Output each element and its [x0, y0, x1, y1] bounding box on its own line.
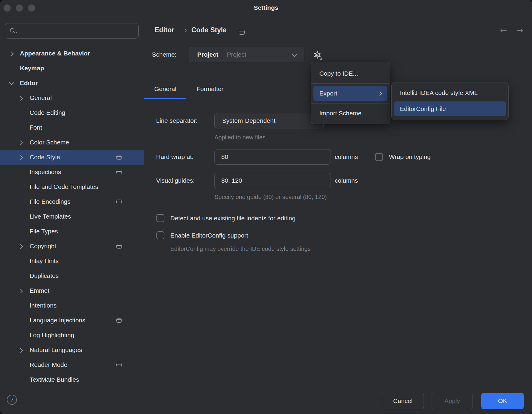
- chevron-right-icon: [18, 289, 23, 294]
- breadcrumb-parent[interactable]: Editor: [155, 26, 174, 34]
- menu-item-export[interactable]: Export: [313, 86, 387, 101]
- settings-dialog: Settings Appearance & Behavior Keymap Ed…: [0, 0, 532, 414]
- visual-guides-input[interactable]: [214, 173, 331, 188]
- menu-item-intellij-xml[interactable]: IntelliJ IDEA code style XML: [392, 85, 508, 100]
- search-icon: [9, 27, 18, 35]
- modified-indicator-icon: [116, 200, 122, 204]
- chevron-down-icon: [9, 80, 14, 85]
- help-button[interactable]: ?: [7, 395, 17, 405]
- modified-indicator-icon: [116, 363, 122, 367]
- line-separator-hint: Applied to new files: [214, 134, 265, 141]
- settings-tree: Appearance & Behavior Keymap Editor Gene…: [0, 46, 144, 387]
- sidebar-item-file-types[interactable]: File Types: [0, 224, 144, 239]
- modified-indicator-icon: [116, 155, 122, 160]
- sidebar-item-emmet[interactable]: Emmet: [0, 283, 144, 298]
- sidebar-item-color-scheme[interactable]: Color Scheme: [0, 135, 144, 150]
- chevron-right-icon: [18, 155, 23, 160]
- enable-editorconfig-label: Enable EditorConfig support: [170, 232, 248, 239]
- hard-wrap-unit: columns: [335, 153, 358, 160]
- scheme-label: Scheme:: [152, 51, 177, 58]
- sidebar-item-duplicates[interactable]: Duplicates: [0, 268, 144, 283]
- hard-wrap-label: Hard wrap at:: [156, 153, 193, 160]
- wrap-on-typing-label: Wrap on typing: [389, 153, 431, 160]
- enable-editorconfig-checkbox[interactable]: [156, 231, 164, 239]
- search-options-caret-icon: [15, 32, 17, 34]
- menu-item-import-scheme[interactable]: Import Scheme...: [311, 106, 390, 121]
- menu-item-copy-to-ide[interactable]: Copy to IDE...: [311, 66, 390, 81]
- visual-guides-unit: columns: [335, 177, 358, 184]
- sidebar-item-inspections[interactable]: Inspections: [0, 165, 144, 179]
- sidebar-item-appearance-behavior[interactable]: Appearance & Behavior: [0, 46, 144, 61]
- modified-indicator-icon: [116, 244, 122, 249]
- menu-separator: [311, 83, 390, 84]
- scheme-value: Project: [197, 47, 218, 62]
- search-input[interactable]: [22, 25, 136, 37]
- sidebar-item-file-encodings[interactable]: File Encodings: [0, 194, 144, 209]
- sidebar-item-keymap[interactable]: Keymap: [0, 61, 144, 76]
- chevron-down-icon: [292, 52, 297, 57]
- chevron-right-icon: [18, 244, 23, 249]
- sidebar-divider: [144, 15, 144, 385]
- modified-indicator-icon: [116, 318, 122, 323]
- line-separator-value: System-Dependent: [222, 113, 275, 128]
- forward-icon[interactable]: →: [516, 26, 523, 35]
- cancel-button[interactable]: Cancel: [382, 393, 424, 409]
- visual-guides-label: Visual guides:: [156, 177, 195, 184]
- modified-indicator-icon: [239, 30, 245, 35]
- visual-guides-hint: Specify one guide (80) or several (80, 1…: [214, 194, 327, 200]
- menu-separator: [311, 103, 390, 104]
- sidebar-item-inlay-hints[interactable]: Inlay Hints: [0, 254, 144, 268]
- sidebar-item-intentions[interactable]: Intentions: [0, 298, 144, 313]
- gear-dropdown-caret-icon: [319, 58, 322, 60]
- sidebar-item-code-style[interactable]: Code Style: [0, 150, 144, 165]
- chevron-right-icon: [18, 141, 23, 145]
- settings-search-field[interactable]: [5, 23, 139, 39]
- menu-item-editorconfig-file[interactable]: EditorConfig File: [394, 101, 506, 116]
- scheme-store-hint: Project: [227, 47, 246, 62]
- chevron-right-icon: [18, 348, 23, 353]
- wrap-on-typing-checkbox[interactable]: [375, 153, 383, 161]
- detect-indents-checkbox[interactable]: [156, 214, 164, 222]
- hard-wrap-input[interactable]: [214, 149, 331, 165]
- sidebar-item-language-injections[interactable]: Language Injections: [0, 313, 144, 328]
- chevron-right-icon: [9, 52, 14, 56]
- window-title: Settings: [0, 0, 532, 15]
- chevron-right-icon: [18, 96, 23, 101]
- export-submenu: IntelliJ IDEA code style XML EditorConfi…: [391, 82, 509, 120]
- editorconfig-hint: EditorConfig may override the IDE code s…: [170, 246, 311, 252]
- submenu-arrow-icon: [378, 91, 382, 96]
- sidebar-item-code-editing[interactable]: Code Editing: [0, 105, 144, 120]
- breadcrumb-separator: ›: [185, 26, 187, 34]
- sidebar-item-reader-mode[interactable]: Reader Mode: [0, 357, 144, 372]
- back-icon[interactable]: ←: [500, 26, 507, 35]
- sidebar-item-general[interactable]: General: [0, 90, 144, 105]
- scheme-select[interactable]: Project Project: [190, 47, 304, 62]
- footer-divider: [0, 385, 532, 385]
- sidebar-item-font[interactable]: Font: [0, 120, 144, 135]
- ok-button[interactable]: OK: [481, 393, 524, 409]
- detect-indents-label: Detect and use existing file indents for…: [170, 215, 296, 222]
- modified-indicator-icon: [116, 170, 122, 174]
- sidebar-item-natural-languages[interactable]: Natural Languages: [0, 343, 144, 357]
- sidebar-item-log-highlighting[interactable]: Log Highlighting: [0, 328, 144, 343]
- page-title: Code Style: [191, 26, 227, 34]
- line-separator-label: Line separator:: [156, 117, 198, 124]
- scheme-actions-menu: Copy to IDE... Export Import Scheme...: [311, 62, 390, 124]
- line-separator-select[interactable]: System-Dependent: [214, 113, 324, 128]
- tab-formatter[interactable]: Formatter: [188, 80, 232, 99]
- sidebar-item-file-and-code-templates[interactable]: File and Code Templates: [0, 179, 144, 194]
- sidebar-item-editor[interactable]: Editor: [0, 76, 144, 90]
- sidebar-item-live-templates[interactable]: Live Templates: [0, 209, 144, 224]
- tab-general[interactable]: General: [144, 80, 186, 99]
- sidebar-item-copyright[interactable]: Copyright: [0, 239, 144, 254]
- apply-button[interactable]: Apply: [432, 393, 473, 409]
